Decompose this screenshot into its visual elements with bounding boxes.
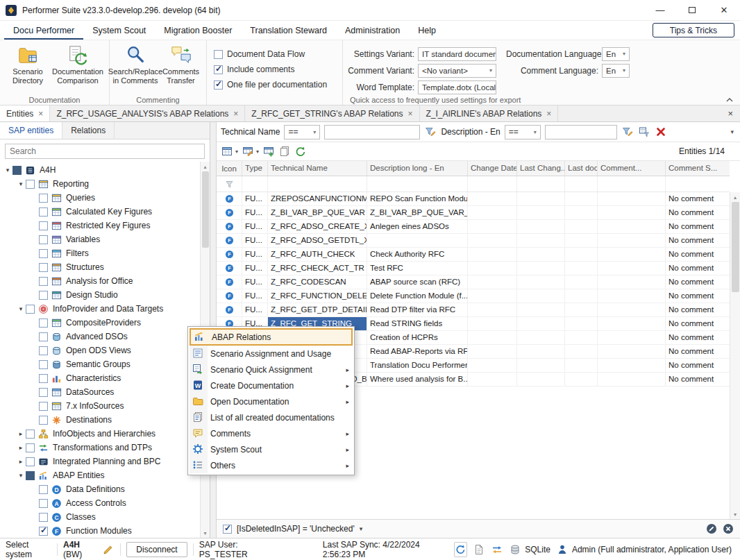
scroll-up-icon[interactable]: ▴	[201, 162, 210, 171]
filter-editor-icon[interactable]	[621, 126, 634, 138]
tree-expander-icon[interactable]: ▾	[16, 305, 26, 312]
context-menu-item[interactable]: W Create Documentation ▸	[190, 377, 353, 393]
minimize-button[interactable]: —	[644, 0, 676, 20]
context-menu-item[interactable]: ABAP Relations ▸	[190, 328, 353, 346]
grid-scrollbar[interactable]: ▴ ▾	[730, 192, 740, 519]
filter-active-checkbox[interactable]	[223, 525, 232, 534]
tree-checkbox[interactable]	[26, 443, 35, 452]
disconnect-button[interactable]: Disconnect	[126, 542, 187, 557]
checkbox-box[interactable]	[214, 65, 223, 74]
tree-item[interactable]: Open ODS Views	[0, 343, 200, 357]
tree-item[interactable]: Destinations	[0, 413, 200, 427]
maximize-button[interactable]	[676, 0, 708, 20]
tree-checkbox[interactable]	[26, 430, 35, 439]
tree-checkbox[interactable]	[39, 221, 48, 230]
column-header[interactable]: Comment...	[598, 161, 666, 176]
ribbon-button[interactable]: Documentation Comparison	[53, 42, 103, 95]
select-system-button[interactable]: Select system	[6, 540, 51, 559]
description-filter-input[interactable]	[545, 125, 617, 139]
technical-name-filter-input[interactable]	[324, 125, 420, 139]
add-entity-button[interactable]	[262, 145, 275, 158]
tree-item[interactable]: C Classes	[0, 510, 200, 524]
tree-checkbox[interactable]	[39, 194, 48, 203]
column-header[interactable]: Change Date	[468, 161, 517, 176]
column-header[interactable]: Type	[242, 161, 268, 176]
ribbon-checkbox[interactable]: Include comments	[214, 65, 337, 74]
tree-expander-icon[interactable]: ▸	[16, 458, 26, 465]
ribbon-button[interactable]: Search/Replace in Comments	[112, 42, 158, 95]
column-header[interactable]: Last Chang...	[517, 161, 565, 176]
tree-checkbox[interactable]	[39, 416, 48, 425]
tree-checkbox[interactable]	[39, 527, 48, 536]
tab-close-icon[interactable]: ×	[407, 109, 412, 119]
tree-item[interactable]: CompositeProviders	[0, 316, 200, 330]
tree-checkbox[interactable]	[39, 513, 48, 522]
table-row[interactable]: F FU... Z_RFC_FUNCTION_DELE Delete Funct…	[217, 289, 730, 303]
edit-documentation-button[interactable]: ▾	[242, 145, 259, 158]
tree-item[interactable]: D Data Definitions	[0, 482, 200, 496]
filter-grid-icon[interactable]	[638, 126, 650, 138]
context-menu-item[interactable]: System Scout ▸	[190, 441, 353, 457]
panel-menu-icon[interactable]: ▾	[730, 128, 736, 135]
refresh-list-button[interactable]	[294, 145, 307, 158]
description-operator-select[interactable]: ==▾	[505, 125, 541, 139]
tabs-close-button[interactable]: ×	[721, 105, 740, 121]
tree-checkbox[interactable]	[26, 471, 35, 480]
table-row[interactable]: F FU... ZREPOSCANFUNCTIONM REPO Scan Fun…	[217, 192, 730, 206]
column-header[interactable]: Icon	[217, 161, 242, 176]
tree-checkbox[interactable]	[39, 332, 48, 341]
connected-system[interactable]: A4H (BW)	[63, 540, 96, 559]
document-tab[interactable]: Z_RFC_GET_STRING's ABAP Relations ×	[245, 105, 419, 121]
ribbon-tab[interactable]: System Scout	[83, 21, 155, 40]
close-button[interactable]: ✕	[708, 0, 740, 20]
scroll-down-icon[interactable]: ▾	[730, 509, 740, 519]
context-menu-item[interactable]: Open Documentation ▸	[190, 393, 353, 409]
tree-item[interactable]: Variables	[0, 232, 200, 246]
document-tab[interactable]: Z_RFC_USAGE_ANALYSIS's ABAP Relations ×	[50, 105, 245, 121]
tree-checkbox[interactable]	[39, 249, 48, 258]
checkbox-box[interactable]	[214, 50, 223, 59]
tree-checkbox[interactable]	[39, 374, 48, 383]
tab-close-icon[interactable]: ×	[38, 109, 43, 119]
chevron-down-icon[interactable]: ▾	[360, 525, 363, 532]
tree-checkbox[interactable]	[39, 235, 48, 244]
close-filter-icon[interactable]	[723, 523, 734, 534]
ribbon-collapse-icon[interactable]	[726, 97, 733, 103]
variant-select[interactable]: Template.dotx (Local)▾	[418, 80, 496, 94]
tree-checkbox[interactable]	[39, 263, 48, 272]
table-row[interactable]: F FU... Z_RFC_GET_DTP_DETAIL Read DTP fi…	[217, 303, 730, 317]
context-menu-item[interactable]: List of all created documentations ▸	[190, 409, 353, 425]
ribbon-checkbox[interactable]: One file per documentation	[214, 80, 337, 90]
tree-item[interactable]: ▾ InfoProvider and Data Targets	[0, 302, 200, 316]
column-header[interactable]: Description long - En	[367, 161, 468, 176]
transfer-icon[interactable]	[491, 543, 503, 556]
tree-item[interactable]: Restricted Key Figures	[0, 219, 200, 232]
scrollbar-thumb[interactable]	[732, 202, 739, 292]
tree-checkbox[interactable]	[39, 360, 48, 369]
table-row[interactable]: F FU... Z_RFC_ADSO_CREATE_X Anlegen eine…	[217, 220, 730, 234]
tab-close-icon[interactable]: ×	[233, 109, 238, 119]
tree-item[interactable]: Queries	[0, 191, 200, 205]
clear-filter-icon[interactable]	[655, 126, 667, 138]
document-tab[interactable]: Entities ×	[0, 105, 50, 121]
ribbon-tab[interactable]: Help	[409, 21, 445, 40]
tree-item[interactable]: Structures	[0, 260, 200, 274]
technical-name-operator-select[interactable]: ==▾	[284, 125, 320, 139]
copy-list-button[interactable]	[278, 145, 291, 158]
language-select[interactable]: En▾	[602, 47, 630, 61]
tree-expander-icon[interactable]: ▾	[16, 180, 26, 187]
tree-item[interactable]: ▾ A4H	[0, 163, 200, 177]
ribbon-tab[interactable]: Translation Steward	[241, 21, 336, 40]
tree-expander-icon[interactable]: ▾	[16, 472, 26, 479]
entity-panel-tab[interactable]: Relations	[62, 122, 115, 139]
auto-filter-row[interactable]	[217, 176, 730, 192]
ribbon-tab[interactable]: Docu Performer	[4, 21, 83, 40]
search-input[interactable]	[5, 144, 205, 159]
tree-item[interactable]: ▸ Transformations and DTPs	[0, 441, 200, 455]
tree-expander-icon[interactable]: ▸	[16, 444, 26, 451]
table-row[interactable]: F FU... Z_BI_VAR_BP_QUE_VAR Z_BI_VAR_BP_…	[217, 206, 730, 220]
tab-close-icon[interactable]: ×	[546, 109, 551, 119]
context-menu-item[interactable]: Scenario Quick Assignment ▸	[190, 362, 353, 377]
checkbox-box[interactable]	[214, 80, 223, 90]
ribbon-button[interactable]: Comments Transfer	[158, 42, 203, 95]
